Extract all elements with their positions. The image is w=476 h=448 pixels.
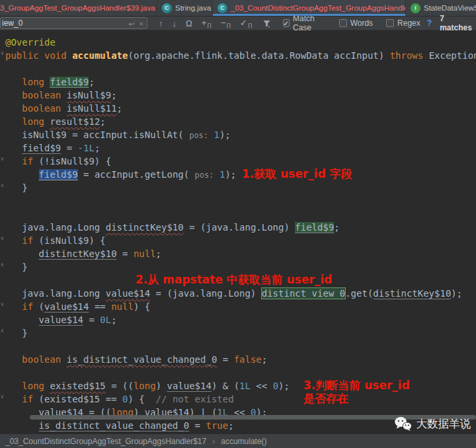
words-checkbox[interactable]: Words bbox=[339, 19, 373, 28]
tab-label: 3_GroupAggTest_GroupAggsHandler$39.java bbox=[0, 4, 155, 12]
find-in-selection-icon[interactable]: Ω bbox=[186, 19, 192, 28]
code-line: boolean isNull$11; bbox=[5, 102, 476, 115]
filter-icon[interactable] bbox=[262, 19, 271, 28]
code-line: field$9 = -1L; bbox=[5, 141, 476, 155]
code-area[interactable]: @Override∨public void accumulate(org.apa… bbox=[0, 30, 476, 433]
code-token: throws bbox=[390, 50, 424, 61]
code-line: ∨ if (!isNull$9) { bbox=[5, 155, 476, 168]
code-token: 1 bbox=[214, 130, 219, 140]
search-history-icon[interactable]: ↩ bbox=[128, 20, 134, 28]
code-token: ; bbox=[262, 354, 267, 365]
fold-marker-icon[interactable]: ∨ bbox=[1, 157, 4, 162]
code-token: ) { bbox=[128, 394, 155, 404]
code-token: boolean bbox=[22, 103, 61, 114]
add-occurrence-icon[interactable]: +∏ bbox=[202, 18, 212, 28]
code-token: pos: bbox=[189, 131, 208, 140]
code-token: ; bbox=[117, 103, 122, 114]
class-icon: C bbox=[218, 3, 227, 13]
code-token: public bbox=[5, 50, 39, 61]
code-line bbox=[5, 62, 476, 75]
code-token: == bbox=[89, 301, 111, 312]
next-occurrence-icon[interactable]: ↓ bbox=[173, 19, 177, 28]
fold-marker-icon[interactable]: ∨ bbox=[1, 394, 4, 400]
code-token bbox=[5, 354, 22, 365]
code-token: ; bbox=[89, 77, 94, 87]
code-line: ∧ } bbox=[5, 260, 476, 274]
fold-marker-icon[interactable]: ∨ bbox=[1, 302, 4, 307]
code-token bbox=[5, 90, 22, 100]
code-token: void bbox=[44, 50, 67, 61]
breadcrumb-item[interactable]: _03_CountDistinctGroupAggTest_GroupAggsH… bbox=[5, 437, 206, 446]
clear-search-icon[interactable]: × bbox=[139, 20, 143, 28]
annotation-note: 是否存在 bbox=[303, 392, 348, 405]
wechat-icon bbox=[394, 416, 412, 431]
code-token bbox=[5, 169, 39, 180]
code-token bbox=[5, 394, 22, 404]
code-token: = bbox=[217, 354, 233, 365]
code-token: if bbox=[22, 394, 33, 404]
code-token: .get( bbox=[345, 288, 373, 299]
code-token: = accInput.getLong( bbox=[78, 169, 195, 180]
code-token: ( bbox=[33, 301, 44, 312]
search-field-icons: ↩× bbox=[124, 17, 143, 29]
code-token: value$14 bbox=[39, 315, 83, 325]
fold-marker-icon[interactable]: ∧ bbox=[1, 183, 4, 188]
find-toolbar: iew_0 ↩× ↑↓Ω+∏−∏✓∏ ✓Match CaseWordsRegex… bbox=[0, 17, 476, 30]
code-token: ; bbox=[100, 116, 105, 127]
editor-tab[interactable]: CString.java× bbox=[157, 0, 213, 16]
code-line bbox=[5, 194, 476, 207]
code-token: } bbox=[5, 328, 28, 338]
code-line: ∨ if (value$14 == null) { bbox=[5, 300, 476, 313]
checkbox-box-icon[interactable]: ✓ bbox=[283, 19, 290, 27]
previous-occurrence-icon[interactable]: ↑ bbox=[159, 19, 163, 28]
class-icon: C bbox=[162, 3, 172, 13]
code-token: (org.apache.flink.table.data.RowData acc… bbox=[128, 50, 389, 61]
code-token: -1L bbox=[78, 143, 95, 153]
fold-marker-icon[interactable]: ∨ bbox=[1, 51, 4, 56]
code-token: field$9 bbox=[50, 77, 89, 87]
code-line: field$9 = accInput.getLong( pos: 1); bbox=[5, 168, 476, 181]
fold-marker-icon[interactable]: ∨ bbox=[1, 236, 4, 241]
breadcrumb-item[interactable]: accumulate() bbox=[221, 437, 266, 446]
editor-tab[interactable]: 3_GroupAggTest_GroupAggsHandler$39.java× bbox=[0, 0, 157, 16]
regex-help-icon[interactable]: ? bbox=[427, 19, 432, 28]
code-line: value$14 = 0L; bbox=[5, 313, 476, 326]
regex-checkbox[interactable]: Regex bbox=[386, 19, 420, 28]
code-token bbox=[61, 103, 66, 114]
search-input[interactable]: iew_0 ↩× bbox=[0, 17, 147, 29]
code-token: java.lang.Long bbox=[5, 222, 106, 233]
code-token: ); bbox=[219, 130, 231, 140]
code-token bbox=[214, 169, 219, 180]
annotation-note: 2.从 mapstate 中获取当前 user_id bbox=[136, 273, 332, 286]
code-token: @Override bbox=[5, 37, 56, 48]
tab-label: _03_CountDistinctGroupAggTest_GroupAggsH… bbox=[231, 4, 406, 12]
code-line: ∨ if (isNull$9) { bbox=[5, 234, 476, 247]
ide-window: 3_GroupAggTest_GroupAggsHandler$39.java×… bbox=[0, 0, 476, 448]
checkbox-box-icon[interactable] bbox=[386, 19, 394, 27]
code-token: = bbox=[83, 315, 100, 325]
remove-occurrence-icon[interactable]: −∏ bbox=[221, 18, 231, 28]
editor-tab[interactable]: IStateDataViewStore bbox=[406, 0, 476, 16]
code-token: (isNull$9) { bbox=[33, 235, 106, 246]
code-line: isNull$9 = accInput.isNullAt( pos: 1); bbox=[5, 128, 476, 141]
match-case-checkbox[interactable]: ✓Match Case bbox=[283, 14, 326, 32]
code-token: value$14 bbox=[167, 381, 211, 391]
code-token: 0L bbox=[100, 315, 111, 325]
fold-marker-icon[interactable]: ∧ bbox=[1, 328, 4, 334]
code-line: boolean is_distinct_value_changed_0 = fa… bbox=[5, 353, 476, 366]
code-token: ) { bbox=[134, 301, 150, 312]
select-all-occurrences-icon[interactable]: ✓∏ bbox=[240, 18, 253, 28]
editor-tab[interactable]: C_03_CountDistinctGroupAggTest_GroupAggs… bbox=[213, 0, 406, 16]
code-token: isNull$9 bbox=[67, 90, 111, 100]
code-token: is_distinct_value_changed_0 bbox=[39, 420, 190, 431]
fold-marker-icon[interactable]: ∧ bbox=[1, 262, 4, 268]
code-token: (existed$15 == bbox=[33, 394, 122, 404]
checkbox-box-icon[interactable] bbox=[339, 19, 347, 27]
code-token: ; bbox=[334, 222, 339, 233]
code-token: if bbox=[22, 235, 33, 246]
code-token: 1L bbox=[239, 381, 251, 391]
find-actions: ↑↓Ω+∏−∏✓∏ bbox=[154, 18, 276, 28]
match-count: 7 matches bbox=[440, 14, 476, 32]
code-token: distinctKey$10 bbox=[373, 288, 451, 299]
code-editor[interactable]: @Override∨public void accumulate(org.apa… bbox=[0, 30, 476, 433]
